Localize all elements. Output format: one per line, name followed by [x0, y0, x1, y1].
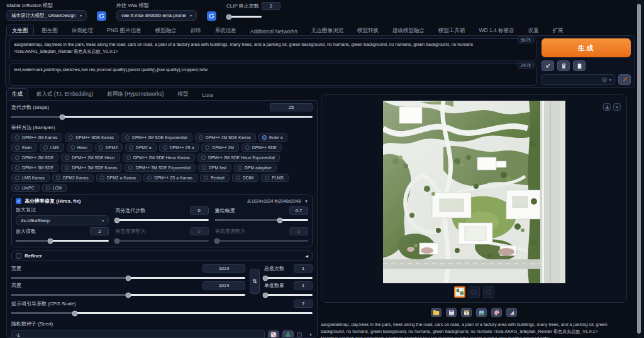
- sampler-radio[interactable]: DPM++ 3M SDE: [11, 164, 58, 172]
- refiner-checkbox[interactable]: [16, 253, 21, 259]
- vae-dropdown[interactable]: vae-ft-mse-840000-ema-pruned.safetensors…: [116, 10, 197, 21]
- save-zip-button[interactable]: [461, 308, 472, 317]
- send-to-inpaint-button[interactable]: [491, 308, 502, 317]
- extra-seed-checkbox[interactable]: [297, 332, 302, 337]
- sampler-radio[interactable]: LMS: [40, 144, 64, 152]
- sampler-radio[interactable]: DPM++ 2M SDE Exponential: [121, 133, 192, 142]
- height-value[interactable]: 1024: [203, 281, 245, 290]
- upscale-by-value[interactable]: 2: [90, 227, 109, 235]
- scrollbar-thumb[interactable]: [637, 4, 641, 334]
- sampler-radio[interactable]: DPM++ SDE Karras: [65, 133, 119, 142]
- sampler-radio[interactable]: DPM++ 2M SDE: [11, 154, 58, 162]
- sampler-radio[interactable]: DPM++ 2S a Karras: [143, 174, 197, 182]
- sampler-radio[interactable]: DDIM: [232, 174, 258, 182]
- sampler-radio[interactable]: PLMS: [261, 174, 289, 182]
- sampler-radio[interactable]: Heun: [67, 144, 92, 152]
- cfg-slider[interactable]: [11, 312, 313, 314]
- sampler-radio[interactable]: Restart: [200, 174, 230, 182]
- sampler-radio[interactable]: DPM++ SDE: [242, 144, 282, 152]
- hires-steps-slider[interactable]: [115, 219, 208, 221]
- slider-knob[interactable]: [226, 14, 232, 20]
- generate-button[interactable]: 生成: [541, 38, 631, 57]
- slider-knob[interactable]: [277, 217, 283, 223]
- thumbnail[interactable]: [483, 286, 494, 298]
- sampler-radio[interactable]: DPM++ 2M SDE Heun Karras: [123, 154, 195, 162]
- width-value[interactable]: 1024: [203, 264, 245, 273]
- hires-fix-checkbox[interactable]: ✓: [16, 198, 21, 204]
- edit-styles-button[interactable]: [618, 74, 631, 85]
- open-folder-button[interactable]: [431, 308, 441, 317]
- slider-knob[interactable]: [72, 310, 77, 316]
- negative-prompt-input[interactable]: text,watermark,paintings,sketches,low re…: [9, 64, 536, 86]
- generated-image[interactable]: [383, 101, 565, 283]
- cfg-value[interactable]: 7: [294, 300, 313, 308]
- subtab[interactable]: 生成: [6, 88, 28, 100]
- sampler-radio[interactable]: DPM++ 2M SDE Karras: [195, 133, 256, 142]
- batch-count-value[interactable]: 1: [294, 264, 313, 273]
- subtab[interactable]: 超网络 (Hypernetworks): [101, 88, 169, 100]
- clear-icon[interactable]: ×: [602, 77, 607, 82]
- reuse-seed-button[interactable]: [282, 330, 294, 338]
- sampler-radio[interactable]: DPM adaptive: [234, 164, 277, 172]
- sampler-radio[interactable]: DPM++ 2M SDE Heun Exponential: [197, 154, 280, 162]
- batch-size-value[interactable]: 1: [294, 281, 313, 290]
- swap-dimensions-button[interactable]: ⇅: [250, 269, 260, 294]
- hires-steps-value[interactable]: 0: [190, 206, 209, 215]
- sampler-radio[interactable]: UniPC: [11, 184, 40, 192]
- sampler-radio[interactable]: DPM++ 2M SDE Heun: [61, 154, 119, 162]
- styles-dropdown[interactable]: × ▾: [541, 74, 615, 85]
- sampler-radio[interactable]: LCM: [42, 184, 67, 192]
- thumbnail[interactable]: [469, 286, 480, 298]
- slider-knob[interactable]: [60, 114, 65, 120]
- refresh-vae-button[interactable]: [207, 11, 216, 21]
- clip-skip-value[interactable]: 2: [262, 2, 280, 10]
- apply-styles-button[interactable]: [573, 60, 586, 71]
- height-slider[interactable]: [11, 294, 245, 296]
- refresh-sd-model-button[interactable]: [97, 11, 106, 21]
- clip-skip-slider[interactable]: [226, 16, 262, 18]
- slider-knob[interactable]: [114, 217, 120, 223]
- denoising-slider[interactable]: [215, 219, 308, 221]
- denoising-value[interactable]: 0.7: [289, 206, 308, 215]
- read-params-button[interactable]: [541, 60, 554, 71]
- clear-prompt-button[interactable]: [557, 60, 570, 71]
- seed-input[interactable]: -1: [11, 330, 265, 338]
- subtab[interactable]: Lora: [196, 89, 218, 100]
- slider-knob[interactable]: [47, 238, 53, 244]
- sampler-radio[interactable]: Euler: [11, 144, 37, 152]
- sd-model-dropdown[interactable]: 城市设计大模型_ UrbanDesign_v7.safetensors ▾: [6, 10, 87, 21]
- slider-knob[interactable]: [262, 275, 268, 281]
- subtab[interactable]: 模型: [172, 88, 194, 100]
- send-to-img2img-button[interactable]: [476, 308, 487, 317]
- upscale-by-slider[interactable]: [16, 240, 109, 242]
- steps-slider[interactable]: [11, 116, 313, 118]
- slider-knob[interactable]: [262, 292, 268, 298]
- sampler-radio[interactable]: LMS Karras: [11, 174, 50, 182]
- sampler-radio[interactable]: DPM++ 2M Karras: [11, 133, 62, 142]
- random-seed-button[interactable]: [268, 330, 279, 338]
- sampler-radio[interactable]: DPM++ 2M: [201, 144, 238, 152]
- batch-count-slider[interactable]: [264, 277, 313, 279]
- slider-knob[interactable]: [126, 275, 131, 281]
- sampler-radio[interactable]: DPM2 a: [125, 144, 157, 152]
- download-image-button[interactable]: [603, 103, 611, 111]
- width-slider[interactable]: [11, 277, 245, 279]
- sampler-radio[interactable]: DPM++ 2S a: [159, 144, 199, 152]
- sampler-radio[interactable]: DPM++ 3M SDE Karras: [61, 164, 122, 172]
- sampler-radio[interactable]: DPM fast: [198, 164, 231, 172]
- collapse-icon[interactable]: ◀: [305, 254, 308, 258]
- thumbnail-selected[interactable]: [454, 286, 465, 298]
- sampler-radio[interactable]: Euler a: [258, 133, 288, 142]
- positive-prompt-input[interactable]: aargdetailmap, day,trees in the park, tr…: [9, 38, 536, 60]
- collapse-icon[interactable]: ▼: [304, 200, 308, 203]
- close-image-button[interactable]: ×: [613, 103, 621, 111]
- steps-value[interactable]: 25: [270, 103, 313, 111]
- send-to-extras-button[interactable]: [506, 308, 517, 317]
- sampler-radio[interactable]: DPM++ 3M SDE Exponential: [125, 164, 196, 172]
- slider-knob[interactable]: [126, 292, 131, 298]
- batch-size-slider[interactable]: [264, 294, 313, 296]
- subtab[interactable]: 嵌入式 (T.I. Embedding): [31, 88, 99, 100]
- upscaler-dropdown[interactable]: 4x-UltraSharp ▾: [16, 215, 109, 225]
- sampler-radio[interactable]: DPM2: [95, 144, 123, 152]
- save-image-button[interactable]: [446, 308, 457, 317]
